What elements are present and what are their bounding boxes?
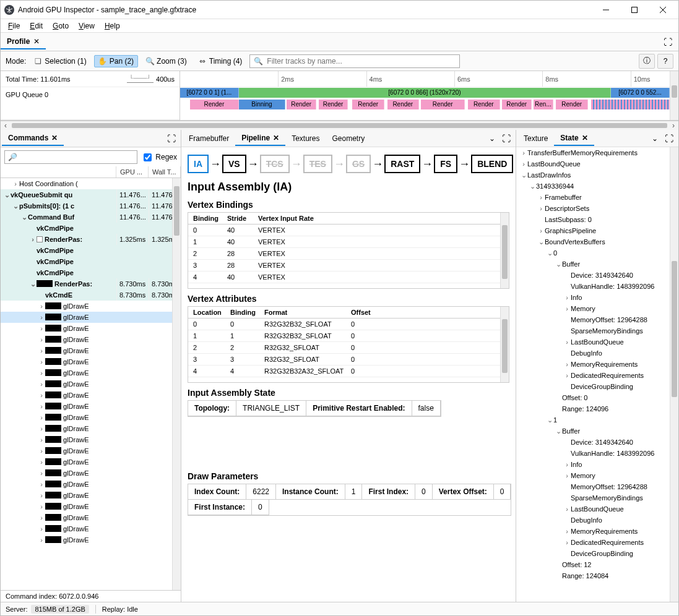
command-row[interactable]: ›glDrawE [1, 534, 181, 545]
timeline-block[interactable]: Render [352, 100, 384, 109]
server-memory[interactable]: 815MB of 1.2GB [31, 605, 89, 614]
state-row[interactable]: Range: 124096 [516, 403, 678, 414]
mode-timing[interactable]: ⇔ Timing (4) [194, 55, 246, 67]
state-row[interactable]: ⌄BoundVertexBuffers [516, 236, 678, 247]
state-row[interactable]: Device: 3149342640 [516, 437, 678, 448]
commands-search[interactable]: 🔎 [4, 150, 137, 164]
command-row[interactable]: ⌄Command Buf11.476...11.476... [1, 212, 181, 223]
state-row[interactable]: ⌄1 [516, 414, 678, 426]
state-row[interactable]: Offset: 0 [516, 392, 678, 403]
state-row[interactable]: ›DedicatedRequirements [516, 370, 678, 381]
command-row[interactable]: ›glDrawE [1, 379, 181, 390]
expand-icon[interactable] [661, 38, 678, 46]
column-header[interactable]: Binding [188, 213, 222, 224]
command-row[interactable]: ›glDrawE [1, 367, 181, 379]
command-row[interactable]: ›glDrawE [1, 323, 181, 334]
command-row[interactable]: ›glDrawE [1, 301, 181, 312]
state-row[interactable]: LastSubpass: 0 [516, 214, 678, 225]
commands-scrollbar[interactable] [172, 178, 181, 590]
chevron-down-icon[interactable]: ⌄ [652, 134, 658, 143]
gpu-queue-row[interactable]: GPU Queue 0 [1, 87, 179, 120]
command-row[interactable]: ›glDrawE [1, 523, 181, 534]
state-row[interactable]: ›DedicatedRequirements [516, 537, 678, 548]
command-row[interactable]: ⌄RenderPas:8.730ms8.730ms [1, 278, 181, 289]
maximize-button[interactable] [620, 1, 649, 19]
timeline-block[interactable]: Ren... [534, 100, 553, 109]
command-row[interactable]: ›glDrawE [1, 312, 181, 323]
state-scrollbar[interactable] [670, 147, 678, 602]
close-button[interactable] [649, 1, 677, 19]
state-row[interactable]: ›MemoryRequirements [516, 526, 678, 537]
command-row[interactable]: ›glDrawE [1, 390, 181, 401]
command-row[interactable]: ›glDrawE [1, 423, 181, 434]
profile-tab[interactable]: Profile ✕ [1, 35, 46, 49]
command-row[interactable]: ›glDrawE [1, 490, 181, 501]
state-row[interactable]: DebugInfo [516, 515, 678, 526]
stage-rast[interactable]: RAST [384, 155, 420, 173]
info-button[interactable]: ⓘ [639, 54, 655, 69]
expand-icon[interactable] [502, 134, 511, 143]
column-header[interactable]: Offset [346, 307, 495, 318]
timeline-block[interactable]: Render [387, 100, 419, 109]
column-header[interactable]: Location [188, 307, 225, 318]
stage-blend[interactable]: BLEND [471, 155, 513, 173]
command-row[interactable]: ›glDrawE [1, 479, 181, 490]
command-row[interactable]: vkCmdPipe [1, 256, 181, 267]
menu-view[interactable]: View [74, 20, 100, 32]
scroll-left-icon[interactable]: ‹ [1, 121, 11, 130]
stage-fs[interactable]: FS [434, 155, 457, 173]
timeline-ruler[interactable]: 2ms4ms6ms8ms10ms [180, 71, 670, 87]
state-row[interactable]: ⌄Buffer [516, 259, 678, 270]
state-row[interactable]: DebugInfo [516, 348, 678, 359]
timeline-block[interactable]: Render [319, 100, 348, 109]
mode-pan[interactable]: ✋ Pan (2) [94, 55, 138, 67]
table-scrollbar[interactable] [500, 213, 509, 288]
command-row[interactable]: ›glDrawE [1, 501, 181, 512]
state-row[interactable]: ⌄3149336944 [516, 181, 678, 192]
table-row[interactable]: 440VERTEX [188, 272, 509, 283]
command-row[interactable]: ›glDrawE [1, 512, 181, 523]
minimize-button[interactable] [592, 1, 620, 19]
command-row[interactable]: ›glDrawE [1, 356, 181, 367]
mode-zoom[interactable]: 🔍 Zoom (3) [142, 55, 191, 67]
table-row[interactable]: 228VERTEX [188, 248, 509, 260]
close-icon[interactable]: ✕ [51, 134, 58, 142]
tab-pipeline[interactable]: Pipeline ✕ [235, 131, 285, 146]
state-row[interactable]: ›Info [516, 292, 678, 303]
menu-goto[interactable]: Goto [48, 20, 74, 32]
state-row[interactable]: ⌄0 [516, 247, 678, 259]
timeline-h-scrollbar[interactable]: ‹ › [1, 121, 678, 130]
tab-texture[interactable]: Texture [517, 132, 554, 145]
tab-framebuffer[interactable]: Framebuffer [183, 132, 235, 145]
stage-ia[interactable]: IA [188, 155, 209, 173]
command-row[interactable]: vkCmdPipe [1, 267, 181, 278]
timeline-block[interactable]: [6072 0 0 552... [611, 88, 670, 98]
state-row[interactable]: ⌄Buffer [516, 426, 678, 437]
state-row[interactable]: MemoryOffset: 12964288 [516, 314, 678, 325]
tab-geometry[interactable]: Geometry [326, 132, 371, 145]
timeline-block[interactable] [591, 100, 670, 109]
column-header[interactable]: Stride [222, 213, 253, 224]
expand-icon[interactable] [665, 134, 673, 143]
state-row[interactable]: SparseMemoryBindings [516, 325, 678, 336]
state-row[interactable]: Offset: 12 [516, 559, 678, 570]
timeline-block[interactable]: Render [556, 100, 587, 109]
state-row[interactable]: ›DescriptorSets [516, 203, 678, 214]
command-row[interactable]: vkCmdPipe [1, 245, 181, 256]
command-row[interactable]: ›glDrawE [1, 401, 181, 412]
menu-edit[interactable]: Edit [25, 20, 48, 32]
state-row[interactable]: ›Memory [516, 470, 678, 481]
close-icon[interactable]: ✕ [33, 37, 40, 46]
commands-tab[interactable]: Commands ✕ [2, 131, 64, 146]
table-row[interactable]: 11R32G32B32_SFLOAT0 [188, 330, 509, 342]
table-row[interactable]: 328VERTEX [188, 260, 509, 272]
stage-vs[interactable]: VS [222, 155, 246, 173]
timeline-block[interactable]: [6072 0 0 866] (1520x720) [239, 88, 611, 98]
timeline-block[interactable]: Binning [239, 100, 285, 109]
tab-textures[interactable]: Textures [285, 132, 326, 145]
command-row[interactable]: ›RenderPas:1.325ms1.325ms [1, 234, 181, 245]
timeline-block[interactable]: Render [502, 100, 531, 109]
help-button[interactable]: ? [657, 54, 673, 69]
expand-icon[interactable] [163, 134, 179, 143]
table-row[interactable]: 22R32G32_SFLOAT0 [188, 342, 509, 354]
